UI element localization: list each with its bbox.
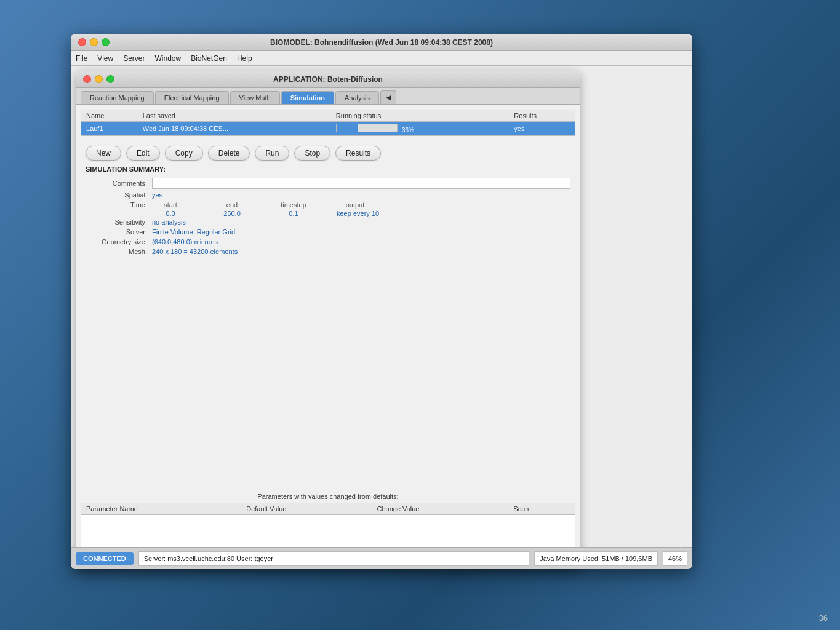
tab-reaction-mapping[interactable]: Reaction Mapping	[81, 91, 154, 104]
inner-minimize-button[interactable]	[95, 75, 103, 83]
time-label: Time:	[86, 201, 147, 209]
inner-traffic-lights	[83, 75, 114, 83]
time-values: 0.0 250.0 0.1 keep every 10	[152, 210, 379, 217]
geometry-label: Geometry size:	[86, 238, 147, 245]
delete-button[interactable]: Delete	[208, 146, 250, 161]
outer-window: BIOMODEL: Bohnendiffusion (Wed Jun 18 09…	[71, 34, 692, 569]
stop-button[interactable]: Stop	[294, 146, 330, 161]
outer-maximize-button[interactable]	[102, 38, 110, 46]
menubar: File View Server Window BioNetGen Help	[71, 51, 692, 66]
inner-content: Name Last saved Running status Results L…	[76, 105, 580, 569]
status-connected-badge: CONNECTED	[76, 552, 134, 565]
button-row: New Edit Copy Delete Run Stop Results	[76, 141, 580, 165]
col-header-results: Results	[509, 110, 575, 122]
simulation-summary: SIMULATION SUMMARY: Comments: Spatial: y…	[76, 165, 580, 493]
menu-help[interactable]: Help	[237, 54, 252, 63]
sensitivity-row: Sensitivity: no analysis	[86, 218, 570, 226]
solver-label: Solver:	[86, 228, 147, 236]
tab-analysis[interactable]: Analysis	[335, 91, 379, 104]
row-results: yes	[509, 122, 575, 136]
copy-button[interactable]: Copy	[165, 146, 203, 161]
params-col-change: Change Value	[372, 503, 508, 515]
time-val-timestep: 0.1	[275, 210, 312, 217]
geometry-row: Geometry size: (640.0,480.0) microns	[86, 238, 570, 245]
outer-window-title: BIOMODEL: Bohnendiffusion (Wed Jun 18 09…	[270, 38, 493, 47]
comments-input[interactable]	[152, 178, 570, 189]
simulation-table: Name Last saved Running status Results L…	[81, 110, 575, 135]
progress-label: 36%	[402, 127, 414, 134]
row-last-saved: Wed Jun 18 09:04:38 CES...	[138, 122, 331, 136]
new-button[interactable]: New	[86, 146, 121, 161]
comments-row: Comments:	[86, 178, 570, 189]
status-bar: CONNECTED Server: ms3.vcell.uchc.edu:80 …	[71, 547, 692, 569]
menu-window[interactable]: Window	[154, 54, 181, 63]
table-row[interactable]: Lauf1 Wed Jun 18 09:04:38 CES... 36% yes	[81, 122, 575, 136]
time-values-row: 0.0 250.0 0.1 keep every 10	[86, 210, 570, 217]
outer-close-button[interactable]	[78, 38, 86, 46]
mesh-row: Mesh: 240 x 180 = 43200 elements	[86, 248, 570, 255]
sensitivity-label: Sensitivity:	[86, 218, 147, 226]
tab-bar: Reaction Mapping Electrical Mapping View…	[76, 88, 580, 105]
solver-value: Finite Volume, Regular Grid	[152, 228, 235, 236]
tab-electrical-mapping[interactable]: Electrical Mapping	[155, 91, 229, 104]
run-button[interactable]: Run	[255, 146, 289, 161]
time-val-start: 0.0	[152, 210, 189, 217]
solver-row: Solver: Finite Volume, Regular Grid	[86, 228, 570, 236]
comments-label: Comments:	[86, 180, 147, 187]
outer-content: APPLICATION: Boten-Diffusion Reaction Ma…	[71, 66, 692, 569]
time-cols: start end timestep output	[152, 201, 374, 209]
time-header-row: Time: start end timestep output	[86, 201, 570, 209]
row-name: Lauf1	[81, 122, 138, 136]
spatial-row: Spatial: yes	[86, 191, 570, 199]
tab-view-math[interactable]: View Math	[230, 91, 280, 104]
time-val-end: 250.0	[214, 210, 250, 217]
menu-view[interactable]: View	[97, 54, 113, 63]
col-header-running-status: Running status	[331, 110, 510, 122]
spatial-value: yes	[152, 191, 162, 199]
menu-file[interactable]: File	[76, 54, 87, 63]
row-running-status: 36%	[331, 122, 510, 136]
inner-maximize-button[interactable]	[106, 75, 114, 83]
simulation-summary-title: SIMULATION SUMMARY:	[86, 165, 570, 173]
progress-fill	[337, 124, 358, 132]
mesh-value: 240 x 180 = 43200 elements	[152, 248, 238, 255]
sensitivity-value: no analysis	[152, 218, 186, 226]
page-number: 36	[819, 613, 828, 623]
geometry-value: (640.0,480.0) microns	[152, 238, 218, 245]
inner-titlebar: APPLICATION: Boten-Diffusion	[76, 71, 580, 88]
results-button[interactable]: Results	[335, 146, 381, 161]
col-header-last-saved: Last saved	[138, 110, 331, 122]
mesh-label: Mesh:	[86, 248, 147, 255]
params-col-default: Default Value	[241, 503, 372, 515]
inner-close-button[interactable]	[83, 75, 91, 83]
time-val-output: keep every 10	[337, 210, 379, 217]
outer-titlebar: BIOMODEL: Bohnendiffusion (Wed Jun 18 09…	[71, 34, 692, 51]
menu-bionetgen[interactable]: BioNetGen	[191, 54, 227, 63]
tab-simulation[interactable]: Simulation	[281, 91, 334, 104]
tab-scroll-arrow[interactable]: ◀	[380, 90, 396, 104]
simulation-table-container: Name Last saved Running status Results L…	[81, 110, 575, 136]
status-memory-info: Java Memory Used: 51MB / 109,6MB	[534, 551, 658, 566]
col-header-name: Name	[81, 110, 138, 122]
inner-window: APPLICATION: Boten-Diffusion Reaction Ma…	[76, 71, 580, 569]
time-col-output: output	[337, 201, 374, 209]
params-col-name: Parameter Name	[81, 503, 241, 515]
progress-bar	[336, 124, 398, 132]
status-server-info: Server: ms3.vcell.uchc.edu:80 User: tgey…	[138, 551, 530, 566]
menu-server[interactable]: Server	[123, 54, 145, 63]
spatial-label: Spatial:	[86, 191, 147, 199]
outer-minimize-button[interactable]	[90, 38, 98, 46]
edit-button[interactable]: Edit	[126, 146, 160, 161]
params-title: Parameters with values changed from defa…	[81, 493, 575, 500]
params-col-scan: Scan	[508, 503, 575, 515]
status-percent: 46%	[663, 551, 687, 566]
outer-traffic-lights	[78, 38, 110, 46]
time-col-timestep: timestep	[275, 201, 312, 209]
time-col-start: start	[152, 201, 189, 209]
inner-window-title: APPLICATION: Boten-Diffusion	[273, 75, 383, 84]
time-col-end: end	[214, 201, 250, 209]
